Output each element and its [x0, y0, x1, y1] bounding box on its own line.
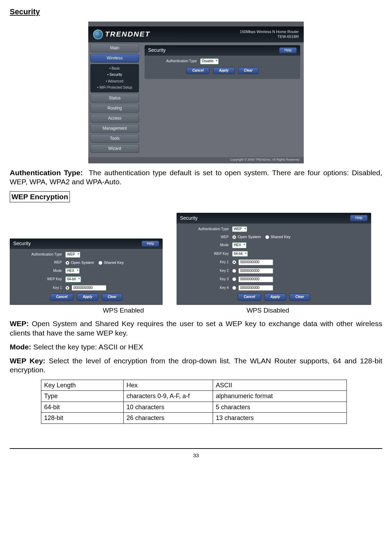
nav-wireless[interactable]: Wireless [90, 54, 139, 63]
a-key1-radio[interactable] [65, 286, 70, 290]
b-key2-radio[interactable] [232, 269, 236, 273]
a-auth-label: Authentication Type [13, 252, 65, 257]
b-key3-radio[interactable] [232, 277, 236, 281]
clear-button[interactable]: Clear [238, 67, 259, 74]
screenshot-wps-enabled: Security Help Authentication Type WEP WE… [10, 239, 163, 305]
a-radio-open[interactable]: Open System [65, 260, 94, 265]
nav-management[interactable]: Management [90, 124, 139, 133]
table-row: Key LengthHexASCII [41, 380, 347, 391]
a-auth-select[interactable]: WEP [65, 252, 80, 258]
panel-title-a: Security [13, 241, 31, 247]
a-key1-label: Key 1 [13, 286, 65, 290]
help-button[interactable]: Help [279, 47, 297, 54]
wep-encryption-heading: WEP Encryption [10, 191, 70, 202]
auth-type-label: Authentication Type [148, 59, 200, 64]
sidebar-nav: Main Wireless • Basic • Security • Advan… [88, 42, 141, 157]
main-panel: Security Help Authentication Type Disabl… [141, 42, 304, 157]
table-row: 64-bit10 characters5 characters [41, 402, 347, 413]
help-button-a[interactable]: Help [141, 241, 159, 247]
table-row: 128-bit26 characters13 characters [41, 413, 347, 424]
brand-name: TRENDNET [105, 30, 150, 39]
wep-paragraph: WEP: Open System and Shared Key requires… [10, 319, 382, 338]
apply-button[interactable]: Apply [213, 67, 235, 74]
b-key3-label: Key 3 [180, 277, 232, 282]
nav-status[interactable]: Status [90, 94, 139, 103]
key-length-table: Key LengthHexASCII Typecharacters 0-9, A… [41, 380, 347, 424]
b-key2-input[interactable]: 0000000000 [238, 268, 273, 274]
auth-type-select[interactable]: Disable [200, 58, 219, 64]
b-mode-label: Mode [180, 243, 232, 248]
b-radio-shared[interactable]: Shared Key [265, 235, 291, 240]
table-row: Typecharacters 0-9, A-F, a-falphanumeric… [41, 391, 347, 402]
b-key1-input[interactable]: 0000000000 [238, 259, 273, 265]
a-mode-label: Mode [13, 269, 65, 273]
router-copyright: Copyright © 2009 TRENDnet. All Rights Re… [227, 157, 304, 162]
b-key4-radio[interactable] [232, 286, 236, 290]
a-mode-select[interactable]: HEX [65, 268, 80, 274]
b-key2-label: Key 2 [180, 269, 232, 273]
b-key1-radio[interactable] [232, 260, 236, 264]
caption-wps-disabled: WPS Disabled [247, 306, 289, 315]
nav-wizard[interactable]: Wizard [90, 144, 139, 153]
nav-routing[interactable]: Routing [90, 104, 139, 113]
b-key3-input[interactable]: 0000000000 [238, 276, 273, 282]
b-key4-label: Key 4 [180, 286, 232, 290]
a-wep-label: WEP [13, 260, 65, 265]
a-clear-button[interactable]: Clear [102, 293, 122, 301]
b-auth-select[interactable]: WEP [232, 226, 247, 232]
wepkey-paragraph: WEP Key: Select the level of encryption … [10, 356, 382, 375]
subnav-security[interactable]: • Security [90, 72, 139, 78]
a-wepkey-select[interactable]: 64-bit [65, 276, 81, 282]
mode-paragraph: Mode: Select the key type: ASCII or HEX [10, 342, 382, 352]
subnav-basic[interactable]: • Basic [90, 65, 139, 72]
b-radio-open[interactable]: Open System [232, 235, 261, 240]
caption-row: WPS Enabled WPS Disabled [10, 306, 382, 315]
nav-access[interactable]: Access [90, 114, 139, 123]
b-key1-label: Key 1 [180, 260, 232, 265]
a-apply-button[interactable]: Apply [77, 293, 98, 301]
caption-wps-enabled: WPS Enabled [103, 306, 144, 315]
a-key1-input[interactable]: 0000000000 [72, 285, 106, 291]
b-cancel-button[interactable]: Cancel [238, 293, 261, 301]
panel-title-b: Security [180, 215, 198, 221]
subnav-advanced[interactable]: • Advanced [90, 78, 139, 85]
b-apply-button[interactable]: Apply [264, 293, 286, 301]
b-key4-input[interactable]: 0000000000 [238, 285, 273, 291]
page-number: 33 [10, 452, 382, 459]
brand-logo: TRENDNET [93, 30, 150, 39]
model-label: 150Mbps Wireless N Home Router TEW-651BR [240, 30, 299, 39]
page-title: Security [10, 7, 382, 17]
nav-tools[interactable]: Tools [90, 134, 139, 143]
auth-type-paragraph: Authentication Type: The authentication … [10, 168, 382, 187]
b-mode-select[interactable]: HEX [232, 242, 246, 248]
globe-icon [93, 30, 103, 39]
subnav-wps[interactable]: • WiFi Protected Setup [90, 84, 139, 91]
a-cancel-button[interactable]: Cancel [50, 293, 73, 301]
nav-main[interactable]: Main [90, 44, 139, 53]
b-wepkey-select[interactable]: 64-bit [232, 251, 248, 257]
b-wep-label: WEP [180, 235, 232, 240]
screenshot-wps-disabled: Security Help Authentication Type WEP WE… [177, 213, 371, 305]
router-screenshot-main: TRENDNET 150Mbps Wireless N Home Router … [10, 22, 382, 163]
panel-title: Security [148, 47, 166, 54]
a-wepkey-label: WEP Key [13, 277, 65, 282]
b-wepkey-label: WEP Key [180, 252, 232, 256]
router-header: TRENDNET 150Mbps Wireless N Home Router … [88, 26, 304, 42]
b-auth-label: Authentication Type [180, 227, 232, 232]
footer-rule [10, 448, 382, 449]
a-radio-shared[interactable]: Shared Key [98, 260, 124, 265]
cancel-button[interactable]: Cancel [186, 67, 210, 74]
b-clear-button[interactable]: Clear [289, 293, 310, 301]
sub-nav: • Basic • Security • Advanced • WiFi Pro… [90, 64, 139, 92]
help-button-b[interactable]: Help [350, 215, 368, 221]
